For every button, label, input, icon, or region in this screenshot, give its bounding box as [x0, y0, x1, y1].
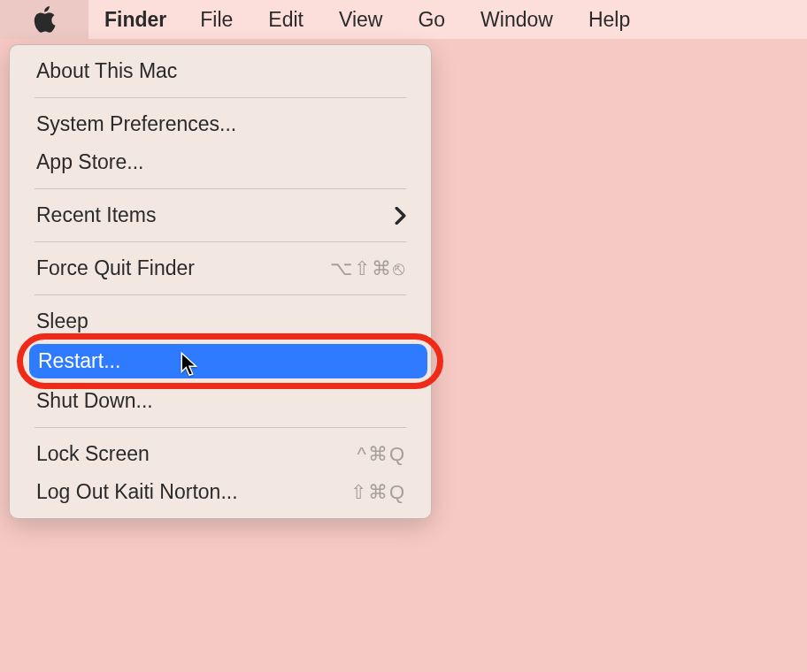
menubar: Finder File Edit View Go Window Help	[0, 0, 807, 39]
menu-item-label: Sleep	[36, 309, 88, 333]
menu-item-shortcut: ^⌘Q	[357, 443, 406, 466]
menu-separator	[35, 427, 406, 428]
menu-item-label: Log Out Kaiti Norton...	[36, 480, 238, 504]
menu-item-system-preferences[interactable]: System Preferences...	[10, 105, 431, 143]
menubar-item-window[interactable]: Window	[463, 8, 571, 32]
menubar-item-go[interactable]: Go	[400, 8, 463, 32]
menu-item-force-quit[interactable]: Force Quit Finder ⌥⇧⌘⎋	[10, 249, 431, 287]
menu-separator	[35, 188, 406, 189]
menu-item-log-out[interactable]: Log Out Kaiti Norton... ⇧⌘Q	[10, 473, 431, 511]
menu-item-shut-down[interactable]: Shut Down...	[10, 382, 431, 420]
menubar-item-help[interactable]: Help	[571, 8, 648, 32]
menubar-item-edit[interactable]: Edit	[250, 8, 321, 32]
menu-item-label: System Preferences...	[36, 112, 236, 136]
menu-item-label: Recent Items	[36, 203, 157, 227]
menubar-item-file[interactable]: File	[182, 8, 250, 32]
chevron-right-icon	[395, 207, 406, 225]
menu-item-about-this-mac[interactable]: About This Mac	[10, 52, 431, 90]
apple-menu-button[interactable]	[0, 0, 88, 39]
menu-item-lock-screen[interactable]: Lock Screen ^⌘Q	[10, 435, 431, 473]
menu-item-label: Lock Screen	[36, 442, 150, 466]
menu-separator	[35, 241, 406, 242]
apple-menu-dropdown: About This Mac System Preferences... App…	[9, 44, 432, 519]
menu-item-label: App Store...	[36, 150, 143, 174]
menu-item-label: About This Mac	[36, 59, 177, 83]
menu-separator	[35, 97, 406, 98]
menubar-item-view[interactable]: View	[321, 8, 400, 32]
menu-item-recent-items[interactable]: Recent Items	[10, 196, 431, 234]
menu-item-shortcut: ⌥⇧⌘⎋	[330, 257, 406, 280]
apple-logo-icon	[33, 6, 56, 33]
menu-item-shortcut: ⇧⌘Q	[350, 481, 406, 504]
menu-item-restart-highlighted: Restart...	[10, 342, 431, 380]
menu-item-restart[interactable]: Restart...	[10, 342, 431, 380]
menu-item-sleep[interactable]: Sleep	[10, 302, 431, 340]
menu-item-app-store[interactable]: App Store...	[10, 143, 431, 181]
menubar-app-name[interactable]: Finder	[88, 8, 182, 32]
menu-item-label: Force Quit Finder	[36, 256, 195, 280]
menu-item-label: Restart...	[38, 349, 120, 373]
menu-item-label: Shut Down...	[36, 389, 153, 413]
menu-separator	[35, 294, 406, 295]
